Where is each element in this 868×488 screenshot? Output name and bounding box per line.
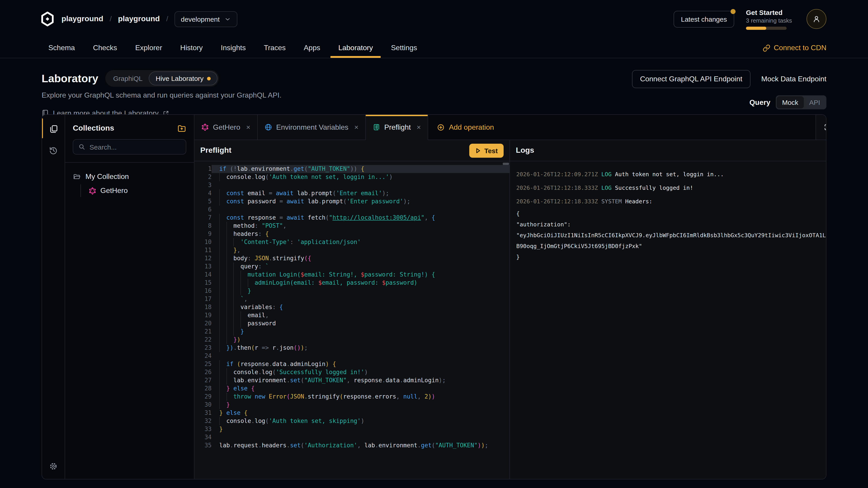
nav-item-apps[interactable]: Apps bbox=[304, 38, 320, 58]
code-text: } bbox=[212, 401, 509, 409]
code-line[interactable]: 35lab.request.headers.set('Authorization… bbox=[194, 442, 509, 450]
code-line[interactable]: 15adminLogin(email: $email, password: $p… bbox=[194, 279, 509, 287]
new-collection-folder-plus-icon[interactable] bbox=[177, 124, 186, 133]
indent-guide bbox=[226, 377, 233, 385]
nav-item-insights[interactable]: Insights bbox=[221, 38, 246, 58]
indent-guide bbox=[226, 303, 233, 311]
add-operation-button[interactable]: Add operation bbox=[428, 115, 502, 140]
code-line[interactable]: 32console.log('Auth token set, skipping'… bbox=[194, 417, 509, 425]
code-line[interactable]: 16} bbox=[194, 287, 509, 295]
code-line[interactable]: 18variables: { bbox=[194, 303, 509, 311]
code-line[interactable]: 7const response = await fetch("http://lo… bbox=[194, 214, 509, 222]
close-tab-icon[interactable]: × bbox=[354, 123, 359, 131]
code-text: password bbox=[212, 320, 509, 328]
code-line[interactable]: 24 bbox=[194, 352, 509, 360]
tab-environment-variables[interactable]: Environment Variables× bbox=[258, 115, 366, 140]
collections-search[interactable] bbox=[73, 139, 186, 155]
tab-preflight[interactable]: Preflight× bbox=[366, 115, 428, 140]
close-tab-icon[interactable]: × bbox=[246, 123, 250, 131]
code-line[interactable]: 19email, bbox=[194, 311, 509, 320]
tab-gethero[interactable]: GetHero× bbox=[194, 115, 258, 140]
preflight-pane: Preflight Test 1if (!lab.environment.get… bbox=[194, 140, 510, 479]
get-started-widget[interactable]: Get Started 3 remaining tasks bbox=[746, 8, 795, 30]
code-line[interactable]: 34 bbox=[194, 433, 509, 442]
code-line[interactable]: 8method: "POST", bbox=[194, 222, 509, 230]
indent-guide bbox=[219, 279, 226, 287]
latest-changes-label: Latest changes bbox=[681, 15, 727, 23]
code-line[interactable]: 3 bbox=[194, 181, 509, 189]
breadcrumb-org[interactable]: playground bbox=[61, 14, 103, 24]
nav-item-explorer[interactable]: Explorer bbox=[135, 38, 162, 58]
code-line[interactable]: 27lab.environment.set("AUTH_TOKEN", resp… bbox=[194, 377, 509, 385]
target-selector[interactable]: development bbox=[175, 11, 237, 27]
preflight-code-editor[interactable]: 1if (!lab.environment.get("AUTH_TOKEN"))… bbox=[194, 161, 509, 479]
connect-cdn-link[interactable]: Connect to CDN bbox=[763, 44, 827, 52]
settings-gear-icon[interactable] bbox=[47, 460, 60, 473]
collections-rail-button[interactable] bbox=[47, 123, 60, 135]
code-line[interactable]: 25if (response.data.adminLogin) { bbox=[194, 360, 509, 368]
graphql-icon bbox=[89, 187, 96, 195]
mode-option-hive-laboratory[interactable]: Hive Laboratory bbox=[149, 71, 218, 86]
code-line[interactable]: 23}).then(r => r.json()); bbox=[194, 344, 509, 352]
code-line[interactable]: 5const password = await lab.prompt('Ente… bbox=[194, 197, 509, 205]
code-line[interactable]: 10'Content-Type': 'application/json' bbox=[194, 238, 509, 246]
line-number: 32 bbox=[194, 417, 212, 425]
mode-option-graphiql[interactable]: GraphiQL bbox=[107, 72, 149, 85]
indent-guide bbox=[234, 271, 241, 279]
code-line[interactable]: 22}) bbox=[194, 336, 509, 344]
indent-guide bbox=[219, 320, 226, 328]
nav-item-history[interactable]: History bbox=[180, 38, 203, 58]
user-avatar[interactable] bbox=[807, 9, 827, 29]
scroll-icon bbox=[373, 123, 380, 131]
collection-folder[interactable]: My Collection bbox=[73, 173, 186, 181]
query-target-segmented[interactable]: Mock API bbox=[776, 95, 827, 109]
history-rail-button[interactable] bbox=[47, 144, 60, 157]
code-line[interactable]: 4const email = await lab.prompt('Enter e… bbox=[194, 189, 509, 197]
latest-changes-button[interactable]: Latest changes bbox=[674, 11, 735, 27]
page-head: Laboratory GraphiQL Hive Laboratory Expl… bbox=[0, 58, 868, 118]
code-line[interactable]: 26console.log('Successfully logged in!') bbox=[194, 368, 509, 377]
code-line[interactable]: 9headers: { bbox=[194, 230, 509, 238]
code-line[interactable]: 12body: JSON.stringify({ bbox=[194, 254, 509, 263]
user-icon bbox=[812, 14, 821, 24]
code-line[interactable]: 2console.log('Auth token not set, loggin… bbox=[194, 173, 509, 181]
logs-pane: Logs 2026-01-26T12:12:09.271Z LOG Auth t… bbox=[510, 140, 827, 479]
connect-endpoint-button[interactable]: Connect GraphQL API Endpoint bbox=[632, 70, 750, 88]
nav-item-settings[interactable]: Settings bbox=[391, 38, 417, 58]
code-line[interactable]: 28} else { bbox=[194, 385, 509, 393]
close-tab-icon[interactable]: × bbox=[416, 123, 421, 131]
nav-item-checks[interactable]: Checks bbox=[93, 38, 117, 58]
code-line[interactable]: 33} bbox=[194, 425, 509, 433]
code-line[interactable]: 29throw new Error(JSON.stringify(respons… bbox=[194, 393, 509, 401]
code-line[interactable]: 31} else { bbox=[194, 409, 509, 417]
code-text: console.log('Successfully logged in!') bbox=[212, 368, 509, 377]
segment-mock[interactable]: Mock bbox=[777, 96, 804, 108]
graphql-icon bbox=[201, 123, 209, 131]
line-number: 34 bbox=[194, 433, 212, 442]
hive-logo-icon[interactable] bbox=[40, 11, 55, 27]
operation-item-gethero[interactable]: GetHero bbox=[86, 184, 186, 197]
nav-item-laboratory[interactable]: Laboratory bbox=[338, 38, 373, 58]
code-line[interactable]: 20password bbox=[194, 320, 509, 328]
code-line[interactable]: 6 bbox=[194, 205, 509, 214]
editor-scrollbar-thumb[interactable] bbox=[503, 163, 509, 165]
code-text: if (response.data.adminLogin) { bbox=[212, 360, 509, 368]
nav-item-schema[interactable]: Schema bbox=[49, 38, 75, 58]
code-line[interactable]: 11}, bbox=[194, 246, 509, 254]
code-line[interactable]: 14mutation Login($email: String!, $passw… bbox=[194, 271, 509, 279]
nav-item-traces[interactable]: Traces bbox=[264, 38, 286, 58]
code-line[interactable]: 21} bbox=[194, 328, 509, 336]
tab-label: GetHero bbox=[213, 123, 240, 131]
preflight-test-button[interactable]: Test bbox=[469, 143, 504, 158]
segment-api[interactable]: API bbox=[804, 96, 826, 108]
search-input[interactable] bbox=[90, 143, 181, 151]
code-line[interactable]: 1if (!lab.environment.get("AUTH_TOKEN"))… bbox=[194, 165, 509, 173]
code-line[interactable]: 30} bbox=[194, 401, 509, 409]
laboratory-mode-toggle[interactable]: GraphiQL Hive Laboratory bbox=[105, 70, 219, 87]
fullscreen-toggle[interactable] bbox=[815, 115, 827, 140]
code-text: console.log('Auth token set, skipping') bbox=[212, 417, 509, 425]
breadcrumb-project[interactable]: playground bbox=[118, 14, 160, 24]
code-line[interactable]: 17`, bbox=[194, 295, 509, 303]
mock-endpoint-button[interactable]: Mock Data Endpoint bbox=[761, 75, 827, 83]
code-line[interactable]: 13query: ` bbox=[194, 263, 509, 271]
